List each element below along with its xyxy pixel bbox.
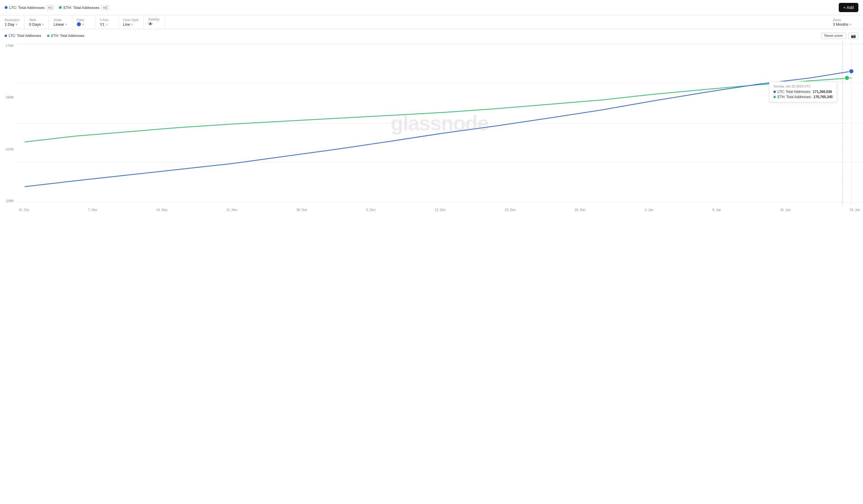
- x-label-dec5: 5. Dec: [366, 208, 376, 211]
- y-label-170: 170M: [5, 44, 14, 47]
- sma-control[interactable]: SMA 0 Days ∨: [25, 16, 49, 29]
- chart-style-label: Chart Style: [123, 18, 139, 22]
- y-axis-chevron: ∨: [106, 23, 108, 26]
- add-button[interactable]: + Add: [839, 3, 859, 12]
- ltc-badge: m1: [46, 5, 54, 10]
- scale-label: Scale: [53, 18, 67, 22]
- sma-chevron: ∨: [42, 23, 44, 26]
- legend-item-eth[interactable]: ETH: Total Addresses m2: [59, 5, 109, 10]
- y-label-162: 162M: [5, 147, 14, 151]
- x-label-dec19: 19. Dec: [504, 208, 515, 211]
- eth-tooltip-point: [845, 76, 849, 80]
- chart-legend-items: LTC: Total Addresses ETH: Total Addresse…: [4, 34, 84, 38]
- controls-bar: Resolution 1 Day ∨ SMA 0 Days ∨ Scale Li…: [0, 15, 863, 29]
- chart-style-value: Line: [123, 22, 130, 27]
- resolution-value: 1 Day: [4, 22, 14, 27]
- header-bar: LTC: Total Addresses m1 ETH: Total Addre…: [0, 0, 863, 15]
- x-label-jan23: 23. Jan: [850, 208, 860, 211]
- resolution-chevron: ∨: [16, 23, 17, 26]
- color-chevron: ∨: [82, 23, 84, 26]
- chart-ltc-label: LTC: Total Addresses: [9, 34, 41, 38]
- chart-actions: Reset zoom 📷: [821, 32, 859, 39]
- y-axis-value: Y1: [100, 22, 104, 27]
- x-axis: 31. Oct 7. Nov 14. Nov 21. Nov 28. Nov 5…: [16, 205, 863, 214]
- scale-value-row: Linear ∨: [53, 22, 67, 27]
- y-axis: 170M 166M 162M 158M: [0, 41, 16, 205]
- x-label-dec26: 26. Dec: [575, 208, 586, 211]
- color-swatch: [77, 22, 81, 26]
- x-label-jan16: 16. Jan: [780, 208, 790, 211]
- chart-svg-container: glassnode Sunday, Jan 22 2023 UTC LTC: T…: [16, 41, 863, 205]
- eth-line: [25, 78, 851, 142]
- reset-zoom-button[interactable]: Reset zoom: [821, 33, 846, 39]
- resolution-label: Resolution: [4, 18, 20, 22]
- color-label: Color: [77, 18, 90, 22]
- ltc-tooltip-point: [849, 69, 853, 74]
- x-label-oct31: 31. Oct: [19, 208, 29, 211]
- visibility-control[interactable]: Visibility 👁: [143, 15, 165, 29]
- chart-legend-row: LTC: Total Addresses ETH: Total Addresse…: [0, 29, 863, 41]
- sma-label: SMA: [29, 18, 44, 22]
- legend-item-ltc[interactable]: LTC: Total Addresses m1: [4, 5, 54, 10]
- chart-svg: [16, 41, 863, 205]
- y-label-158: 158M: [5, 199, 14, 203]
- x-label-nov28: 28. Nov: [296, 208, 307, 211]
- ltc-line: [25, 71, 851, 187]
- sma-value-row: 0 Days ∨: [29, 22, 44, 27]
- chart-eth-dot: [47, 35, 49, 37]
- zoom-control[interactable]: Zoom 3 Months ∨: [828, 16, 863, 29]
- chart-legend-eth: ETH: Total Addresses: [47, 34, 84, 38]
- chart-legend-ltc: LTC: Total Addresses: [4, 34, 41, 38]
- zoom-value-row: 3 Months ∨: [833, 22, 859, 27]
- eth-label: ETH: Total Addresses: [64, 5, 100, 10]
- color-control[interactable]: Color ∨: [72, 16, 95, 28]
- chart-wrapper: 170M 166M 162M 158M glassn: [0, 41, 863, 214]
- scale-chevron: ∨: [65, 23, 67, 26]
- zoom-label: Zoom: [833, 18, 859, 22]
- scale-control[interactable]: Scale Linear ∨: [49, 16, 72, 29]
- y-axis-label: Y Axis: [100, 18, 113, 22]
- metric-legend-list: LTC: Total Addresses m1 ETH: Total Addre…: [4, 5, 109, 10]
- chart-eth-label: ETH: Total Addresses: [51, 34, 84, 38]
- scale-value: Linear: [53, 22, 64, 27]
- visibility-value-row: 👁: [148, 22, 160, 27]
- eth-dot: [59, 6, 62, 9]
- y-axis-value-row: Y1 ∨: [100, 22, 113, 27]
- resolution-value-row: 1 Day ∨: [4, 22, 20, 27]
- camera-button[interactable]: 📷: [848, 32, 859, 39]
- y-axis-control[interactable]: Y Axis Y1 ∨: [95, 16, 118, 29]
- x-label-jan9: 9. Jan: [713, 208, 721, 211]
- zoom-chevron: ∨: [849, 23, 851, 26]
- sma-value: 0 Days: [29, 22, 41, 27]
- y-label-166: 166M: [5, 95, 14, 99]
- chart-style-value-row: Line ∨: [123, 22, 139, 27]
- resolution-control[interactable]: Resolution 1 Day ∨: [0, 16, 25, 29]
- zoom-value: 3 Months: [833, 22, 848, 27]
- ltc-label: LTC: Total Addresses: [9, 5, 45, 10]
- x-label-nov21: 21. Nov: [226, 208, 237, 211]
- visibility-label: Visibility: [148, 17, 160, 21]
- x-label-nov7: 7. Nov: [88, 208, 97, 211]
- x-label-jan2: 2. Jan: [645, 208, 653, 211]
- x-label-dec12: 12. Dec: [435, 208, 446, 211]
- eth-badge: m2: [101, 5, 109, 10]
- color-value-row: ∨: [77, 22, 90, 26]
- chart-ltc-dot: [4, 35, 7, 37]
- chart-style-control[interactable]: Chart Style Line ∨: [118, 16, 143, 29]
- ltc-dot: [4, 6, 8, 9]
- chart-style-chevron: ∨: [131, 23, 133, 26]
- x-label-nov14: 14. Nov: [156, 208, 167, 211]
- eye-icon: 👁: [148, 22, 153, 27]
